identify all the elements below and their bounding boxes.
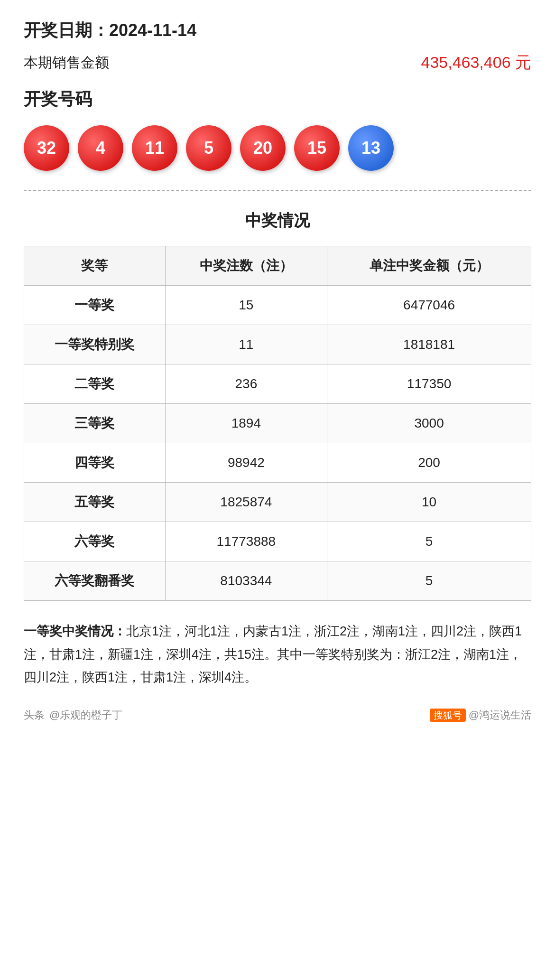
prize-name: 六等奖翻番奖 bbox=[24, 561, 166, 601]
prize-amount: 5 bbox=[327, 522, 531, 561]
prize-name: 一等奖特别奖 bbox=[24, 325, 166, 364]
footer-platform: 头条 bbox=[24, 708, 45, 722]
ball-32: 32 bbox=[24, 125, 69, 171]
table-header-row: 奖等 中奖注数（注） 单注中奖金额（元） bbox=[24, 246, 531, 286]
prize-amount: 1818181 bbox=[327, 325, 531, 364]
prize-amount: 6477046 bbox=[327, 286, 531, 325]
prize-count: 98942 bbox=[165, 443, 327, 483]
ball-20: 20 bbox=[240, 125, 286, 171]
ball-11: 11 bbox=[132, 125, 177, 171]
date-label: 开奖日期： bbox=[24, 20, 109, 40]
table-row: 一等奖156477046 bbox=[24, 286, 531, 325]
prize-count: 236 bbox=[165, 364, 327, 404]
footer-left: 头条 @乐观的橙子丁 bbox=[24, 708, 122, 722]
section-divider bbox=[24, 190, 531, 191]
prize-count: 1825874 bbox=[165, 483, 327, 522]
table-row: 三等奖18943000 bbox=[24, 404, 531, 443]
table-row: 六等奖翻番奖81033445 bbox=[24, 561, 531, 601]
prize-count: 11 bbox=[165, 325, 327, 364]
col-header-amount: 单注中奖金额（元） bbox=[327, 246, 531, 286]
prize-amount: 3000 bbox=[327, 404, 531, 443]
sales-label: 本期销售金额 bbox=[24, 53, 109, 73]
winning-info: 一等奖中奖情况：北京1注，河北1注，内蒙古1注，浙江2注，湖南1注，四川2注，陕… bbox=[24, 620, 531, 689]
sales-row: 本期销售金额 435,463,406 元 bbox=[24, 52, 531, 74]
ball-4: 4 bbox=[78, 125, 123, 171]
prize-amount: 5 bbox=[327, 561, 531, 601]
table-row: 一等奖特别奖111818181 bbox=[24, 325, 531, 364]
prize-amount: 10 bbox=[327, 483, 531, 522]
prize-section-title: 中奖情况 bbox=[24, 210, 531, 232]
ball-5: 5 bbox=[186, 125, 231, 171]
page-container: 开奖日期：2024-11-14 本期销售金额 435,463,406 元 开奖号… bbox=[24, 19, 531, 722]
prize-name: 三等奖 bbox=[24, 404, 166, 443]
table-row: 五等奖182587410 bbox=[24, 483, 531, 522]
ball-13: 13 bbox=[348, 125, 394, 171]
prize-amount: 200 bbox=[327, 443, 531, 483]
footer: 头条 @乐观的橙子丁 搜狐号 @鸿运说生活 bbox=[24, 708, 531, 722]
prize-count: 1894 bbox=[165, 404, 327, 443]
draw-title: 开奖号码 bbox=[24, 88, 531, 111]
prize-name: 一等奖 bbox=[24, 286, 166, 325]
footer-handle: @乐观的橙子丁 bbox=[49, 708, 122, 722]
prize-count: 11773888 bbox=[165, 522, 327, 561]
winning-info-label: 一等奖中奖情况： bbox=[24, 624, 126, 638]
table-row: 六等奖117738885 bbox=[24, 522, 531, 561]
col-header-count: 中奖注数（注） bbox=[165, 246, 327, 286]
ball-15: 15 bbox=[294, 125, 340, 171]
footer-right: 搜狐号 @鸿运说生活 bbox=[430, 708, 531, 722]
prize-amount: 117350 bbox=[327, 364, 531, 404]
prize-name: 六等奖 bbox=[24, 522, 166, 561]
date-value: 2024-11-14 bbox=[109, 20, 196, 40]
footer-account: @鸿运说生活 bbox=[469, 709, 531, 721]
col-header-prize: 奖等 bbox=[24, 246, 166, 286]
prize-name: 五等奖 bbox=[24, 483, 166, 522]
sohu-badge: 搜狐号 bbox=[430, 709, 466, 722]
prize-count: 15 bbox=[165, 286, 327, 325]
prize-name: 二等奖 bbox=[24, 364, 166, 404]
prize-count: 8103344 bbox=[165, 561, 327, 601]
prize-table: 奖等 中奖注数（注） 单注中奖金额（元） 一等奖156477046一等奖特别奖1… bbox=[24, 246, 531, 601]
balls-row: 32 4 11 5 20 15 13 bbox=[24, 125, 531, 171]
header-date: 开奖日期：2024-11-14 bbox=[24, 19, 531, 42]
sales-amount: 435,463,406 元 bbox=[421, 52, 531, 74]
table-row: 四等奖98942200 bbox=[24, 443, 531, 483]
table-row: 二等奖236117350 bbox=[24, 364, 531, 404]
prize-name: 四等奖 bbox=[24, 443, 166, 483]
